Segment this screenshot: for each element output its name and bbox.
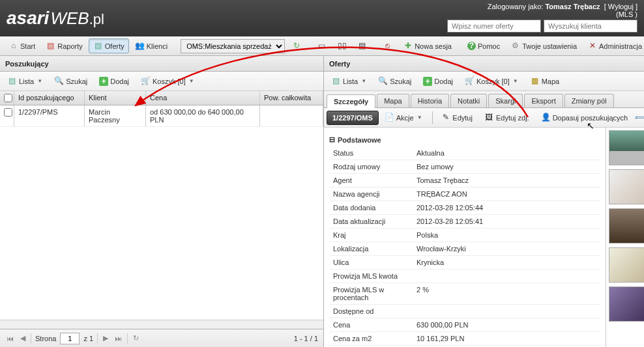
property-row: Rodzaj umowyBez umowy — [329, 160, 600, 174]
col-header-id[interactable]: Id poszukującego — [14, 91, 85, 105]
col-header-price[interactable]: Cena — [146, 91, 260, 105]
tab-field-changes[interactable]: Zmiany pól — [564, 94, 614, 107]
prev-offer-button[interactable]: ⟸ — [635, 113, 644, 122]
layout-split-icon: ▯▯ — [337, 41, 347, 51]
start-button[interactable]: ⌂Start — [4, 38, 40, 53]
category-select[interactable]: OMS:Mieszkania sprzedaż — [181, 39, 285, 53]
reload-button[interactable]: ↻ — [132, 333, 140, 344]
reports-button[interactable]: ▤Raporty — [41, 38, 87, 53]
prev-page-button[interactable]: ◀ — [19, 333, 27, 344]
list-button[interactable]: ▤Lista▼ — [3, 74, 47, 89]
main-toolbar: ⌂Start ▤Raporty ▤Oferty 👥Klienci OMS:Mie… — [0, 36, 644, 56]
tab-details[interactable]: Szczegóły — [327, 94, 375, 108]
logo-light: WEB — [50, 8, 89, 29]
search-button[interactable]: 🔍Szukaj — [50, 74, 92, 89]
offers-search-button[interactable]: 🔍Szukaj — [373, 74, 416, 89]
prop-value: Bez umowy — [413, 160, 600, 173]
mls-label: (MLS ) — [616, 10, 637, 18]
offers-header: Oferty — [324, 56, 644, 72]
tab-notes[interactable]: Notatki — [450, 94, 487, 107]
offer-search-input[interactable] — [447, 20, 541, 33]
prop-value: 2012-03-28 12:05:44 — [413, 201, 600, 214]
actions-button[interactable]: 📄Akcje▼ — [380, 110, 427, 125]
page-label: Strona — [35, 335, 56, 342]
prop-value: Polska — [413, 229, 600, 242]
col-header-area[interactable]: Pow. całkowita — [260, 91, 323, 105]
logo-suffix: .pl — [89, 11, 104, 28]
add-button[interactable]: +Dodaj — [95, 74, 134, 89]
tab-export[interactable]: Eksport — [524, 94, 563, 107]
first-page-button[interactable]: ⏮ — [5, 333, 15, 344]
seekers-grid-body: 1/2297/PMS Marcin Paczesny od 630 000,00… — [0, 105, 323, 320]
offer-pager: ⟸ 1 / 1 ⟹ — [635, 106, 644, 130]
tab-history[interactable]: Historia — [411, 94, 449, 107]
last-page-button[interactable]: ⏭ — [113, 333, 123, 344]
prop-value: Wrocław-Krzyki — [413, 242, 600, 255]
page-input[interactable] — [60, 333, 80, 344]
logout-link[interactable]: [ Wyloguj ] — [604, 3, 637, 10]
separator — [432, 111, 433, 124]
table-row[interactable]: 1/2297/PMS Marcin Paczesny od 630 000,00… — [0, 105, 323, 127]
tab-complaints[interactable]: Skargi — [488, 94, 523, 107]
cart-icon: 🛒 — [141, 76, 151, 86]
layout-button-2[interactable]: ▯▯ — [332, 38, 351, 53]
refresh-icon-button[interactable]: ↻ — [287, 38, 306, 53]
property-row: Data aktualizacji2012-03-28 12:05:41 — [329, 215, 600, 229]
property-row: AgentTomasz Trębacz — [329, 174, 600, 187]
tab-map[interactable]: Mapa — [377, 94, 409, 107]
exit-icon-button[interactable]: ⎋ — [378, 38, 397, 53]
horizontal-scrollbar[interactable] — [0, 320, 323, 329]
thumbnail[interactable] — [609, 286, 644, 322]
client-search-input[interactable] — [544, 20, 637, 33]
property-row: Prowizja MLS kwota — [329, 270, 600, 283]
offers-button[interactable]: ▤Oferty — [89, 38, 129, 53]
thumbnail[interactable] — [609, 247, 644, 283]
list-icon: ▤ — [331, 76, 341, 86]
layout-stack-icon: ▤ — [357, 41, 367, 51]
offers-map-button[interactable]: ▦Mapa — [525, 74, 564, 89]
seekers-grid-header: Id poszukującego Klient Cena Pow. całkow… — [0, 91, 323, 105]
offers-pane: Oferty ▤Lista▼ 🔍Szukaj +Dodaj 🛒Koszyk [0… — [324, 56, 644, 347]
offer-tabs: Szczegóły Mapa Historia Notatki Skargi E… — [324, 91, 644, 108]
row-area — [260, 105, 323, 126]
cart-button[interactable]: 🛒Koszyk [0]▼ — [136, 74, 199, 89]
offers-list-button[interactable]: ▤Lista▼ — [327, 74, 371, 89]
col-header-client[interactable]: Klient — [85, 91, 146, 105]
chevron-down-icon: ▼ — [189, 78, 194, 84]
thumbnail[interactable] — [609, 169, 644, 204]
match-seekers-button[interactable]: 👤Dopasuj poszukujących — [536, 110, 633, 125]
map-icon: ▦ — [530, 76, 540, 86]
thumbnail[interactable] — [609, 208, 644, 243]
edit-photos-button[interactable]: 🖼Edytuj zdj. — [480, 110, 534, 125]
row-checkbox[interactable] — [4, 108, 12, 117]
property-row: Cena za m210 161,29 PLN — [329, 332, 600, 346]
new-session-button[interactable]: ✚Nowa sesja — [398, 38, 456, 53]
people-icon: 👥 — [135, 41, 145, 51]
help-button[interactable]: ?Pomoc — [463, 39, 505, 53]
row-id: 1/2297/PMS — [14, 105, 85, 126]
administration-button[interactable]: ✕Administracja — [583, 38, 644, 53]
property-row: Data dodania2012-03-28 12:05:44 — [329, 201, 600, 215]
search-icon: 🔍 — [378, 76, 388, 86]
select-all-checkbox[interactable] — [4, 94, 12, 102]
prop-value: 10 161,29 PLN — [413, 332, 600, 345]
prop-label: Data aktualizacji — [329, 215, 413, 228]
next-page-button[interactable]: ▶ — [102, 333, 110, 344]
row-price: od 630 000,00 do 640 000,00 PLN — [146, 105, 260, 126]
edit-button[interactable]: ✎Edytuj — [436, 110, 477, 125]
layout-button-3[interactable]: ▤ — [353, 38, 372, 53]
prop-value: Aktualna — [413, 146, 600, 160]
layout-button-1[interactable]: ▭ — [312, 38, 331, 53]
offers-add-button[interactable]: +Dodaj — [418, 74, 458, 89]
offers-cart-button[interactable]: 🛒Koszyk [0]▼ — [460, 74, 523, 89]
clients-button[interactable]: 👥Klienci — [130, 38, 172, 53]
add-icon: + — [99, 77, 108, 86]
section-basic[interactable]: ⊟ Podstawowe — [329, 133, 600, 146]
pencil-icon: ✎ — [441, 113, 450, 122]
prop-label: Nazwa agencji — [329, 187, 413, 201]
thumbnail[interactable] — [609, 130, 644, 165]
settings-button[interactable]: ⚙Twoje ustawienia — [506, 38, 581, 53]
user-match-icon: 👤 — [541, 113, 551, 122]
prop-label: Prowizja MLS w procentach — [329, 283, 413, 304]
prop-value: 2 % — [413, 283, 600, 304]
